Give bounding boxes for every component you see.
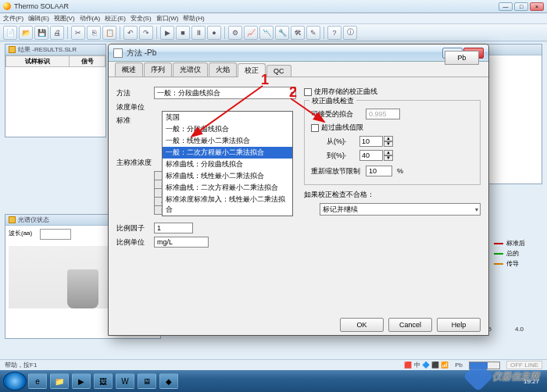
dd-item-4[interactable]: 标准曲线：分段曲线拟合	[163, 159, 292, 170]
menu-calib[interactable]: 校正(E)	[105, 14, 126, 23]
task-media[interactable]: ▶	[72, 373, 91, 389]
col-sample-id[interactable]: 试样标识	[6, 56, 70, 67]
tb-redo[interactable]: ↷	[139, 26, 153, 40]
fail-action-combo[interactable]: 标记并继续	[320, 203, 481, 216]
col-signal[interactable]: 信号	[70, 56, 105, 67]
window-controls: — □ ×	[499, 2, 544, 11]
acceptable-fit-input[interactable]	[366, 109, 400, 119]
close-button[interactable]: ×	[530, 2, 544, 11]
tb-a1[interactable]: ⚙	[228, 26, 242, 40]
dialog-titlebar[interactable]: 方法 -Pb ? X	[109, 45, 488, 62]
menu-file[interactable]: 文件(F)	[3, 14, 23, 23]
app-window: Thermo SOLAAR — □ × 文件(F) 编辑(E) 视图(V) 动作…	[0, 0, 547, 392]
tb-save[interactable]: 💾	[34, 26, 48, 40]
wavelength-field[interactable]	[40, 229, 71, 240]
menubar: 文件(F) 编辑(E) 视图(V) 动作(A) 校正(E) 安全(S) 窗口(W…	[0, 13, 547, 24]
tb-print[interactable]: 🖨	[50, 26, 64, 40]
use-stored-checkbox[interactable]	[304, 88, 312, 96]
watermark-badge-icon	[463, 361, 494, 392]
watermark: 仪器信息网	[467, 365, 539, 387]
menu-action[interactable]: 动作(A)	[80, 14, 101, 23]
to-spinner[interactable]: ▲▼	[359, 150, 393, 161]
reset-limit-label: 重新缩放节限制	[311, 166, 366, 176]
method-label: 方法	[116, 88, 154, 98]
task-calc[interactable]: 🖼	[94, 373, 113, 389]
tab-spectrometer[interactable]: 光谱仪	[173, 62, 208, 77]
from-label: 从(%)·	[327, 137, 359, 147]
beaker-icon	[67, 269, 98, 308]
cal-check-group: 校正曲线检查 可接受的拟合 超过曲线值限 从(%)· ▲▼ 到(%)·	[304, 100, 481, 185]
legend-label-1: 标准后	[506, 239, 525, 248]
task-photo[interactable]: 🖥	[138, 373, 156, 389]
results-panel-title: 结果 -RESULTS.SLR	[18, 45, 77, 54]
task-word[interactable]: W	[116, 373, 134, 389]
tb-info[interactable]: ⓘ	[343, 26, 357, 40]
exceed-limit-label: 超过曲线值限	[321, 123, 363, 133]
menu-view[interactable]: 视图(V)	[54, 14, 75, 23]
tb-a6[interactable]: ✎	[306, 26, 320, 40]
from-spinner[interactable]: ▲▼	[359, 136, 393, 147]
tb-sep	[67, 27, 68, 39]
tb-a3[interactable]: 📉	[259, 26, 274, 40]
tb-help[interactable]: ?	[327, 26, 341, 40]
tb-undo[interactable]: ↶	[123, 26, 138, 40]
legend-swatch	[494, 243, 503, 244]
tab-qc[interactable]: QC	[266, 65, 291, 77]
dialog-title: 方法 -Pb	[127, 48, 442, 59]
dd-item-7[interactable]: 标准浓度标准加入：线性最小二乘法拟合	[163, 194, 292, 216]
tb-copy[interactable]: ⎘	[87, 26, 101, 40]
tb-a2[interactable]: 📈	[244, 26, 258, 40]
panel-icon	[9, 46, 16, 53]
dd-item-6[interactable]: 标准曲线：二次方程最小二乘法拟合	[163, 182, 292, 194]
menu-edit[interactable]: 编辑(E)	[28, 14, 49, 23]
tb-stop[interactable]: ■	[176, 26, 190, 40]
minimize-button[interactable]: —	[499, 2, 513, 11]
dd-item-5[interactable]: 标准曲线：线性最小二乘法拟合	[163, 170, 292, 182]
tb-run[interactable]: ▶	[160, 26, 174, 40]
element-pb-button[interactable]: Pb	[445, 51, 479, 65]
legend-swatch	[494, 253, 503, 255]
help-button[interactable]: Help	[437, 318, 481, 332]
task-solaar[interactable]: ◆	[159, 373, 178, 389]
tab-overview[interactable]: 概述	[115, 62, 143, 77]
start-button[interactable]	[3, 372, 27, 390]
tb-pause[interactable]: ⏸	[191, 26, 206, 40]
maximize-button[interactable]: □	[514, 2, 528, 11]
method-combo[interactable]: 一般：分段曲线拟合	[154, 87, 296, 99]
scale-unit-input[interactable]	[154, 237, 209, 248]
tb-new[interactable]: 📄	[3, 26, 17, 40]
reset-limit-input[interactable]	[366, 166, 392, 176]
tb-paste[interactable]: 📋	[102, 26, 116, 40]
dd-item-2[interactable]: 一般：线性最小二乘法拟合	[163, 135, 292, 147]
exceed-limit-checkbox[interactable]	[311, 124, 319, 132]
dd-item-0[interactable]: 英国	[163, 112, 292, 123]
tb-rec[interactable]: ●	[207, 26, 221, 40]
status-help: 帮助，按F1	[5, 361, 37, 369]
scale-unit-label: 比例单位	[116, 237, 154, 248]
cancel-button[interactable]: Cancel	[388, 318, 432, 332]
tb-a4[interactable]: 🔧	[275, 26, 289, 40]
tab-flame[interactable]: 火焰	[209, 62, 237, 77]
method-value: 一般：分段曲线拟合	[157, 88, 220, 98]
tb-sep5	[324, 27, 324, 39]
annotation-2: 2	[289, 84, 297, 101]
panel-icon	[9, 216, 16, 223]
tb-cut[interactable]: ✂	[71, 26, 85, 40]
scale-factor-input[interactable]	[154, 223, 193, 233]
task-ie[interactable]: e	[28, 373, 47, 389]
tb-a5[interactable]: 🛠	[291, 26, 305, 40]
dd-item-3[interactable]: 一般：二次方程最小二乘法拟合	[163, 147, 292, 159]
menu-window[interactable]: 窗口(W)	[156, 14, 179, 23]
menu-help[interactable]: 帮助(H)	[183, 14, 204, 23]
method-dropdown[interactable]: 英国 一般：分段曲线拟合 一般：线性最小二乘法拟合 一般：二次方程最小二乘法拟合…	[162, 111, 293, 216]
tb-open[interactable]: 📂	[19, 26, 33, 40]
menu-security[interactable]: 安全(S)	[130, 14, 152, 23]
cal-check-title: 校正曲线检查	[309, 96, 356, 106]
task-explorer[interactable]: 📁	[50, 373, 69, 389]
ok-button[interactable]: OK	[340, 318, 384, 332]
tab-sequence[interactable]: 序列	[144, 62, 172, 77]
legend-swatch	[494, 263, 503, 265]
dd-item-1[interactable]: 一般：分段曲线拟合	[163, 123, 292, 135]
results-panel-header[interactable]: 结果 -RESULTS.SLR	[5, 45, 105, 55]
method-dialog: 方法 -Pb ? X 概述 序列 光谱仪 火焰 校正 QC Pb 方法 一般：分…	[108, 44, 489, 336]
